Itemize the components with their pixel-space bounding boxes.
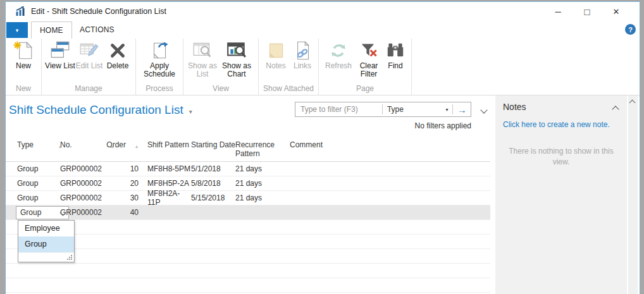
group-label-show-attached: Show Attached xyxy=(262,84,315,95)
window-controls: ─ □ ✕ xyxy=(543,2,631,21)
cell-order: 10 xyxy=(106,164,141,173)
help-icon[interactable]: ? xyxy=(625,24,636,35)
create-note-link[interactable]: Click here to create a new note. xyxy=(503,120,610,129)
clear-filter-button[interactable]: Clear Filter xyxy=(355,40,383,78)
cell-order: 30 xyxy=(106,193,141,202)
delete-x-icon xyxy=(107,40,128,61)
cell-starting-date: 5/8/2018 xyxy=(191,179,235,188)
filter-status: No filters applied xyxy=(295,121,471,130)
cell-recurrence: 21 days xyxy=(235,179,290,188)
cell-recurrence: 21 days xyxy=(235,193,290,202)
page-content: Shift Schedule Configuration List ▾ Type… xyxy=(6,95,640,294)
notes-pane: Notes Click here to create a new note. T… xyxy=(495,95,627,294)
notes-button: Notes xyxy=(262,40,290,70)
group-label-view: View xyxy=(187,84,255,95)
table-row[interactable]: Group GRP000002 10 MF8H8-5PM 5/1/2018 21… xyxy=(6,162,490,176)
notes-collapse-chevron-icon[interactable] xyxy=(612,106,619,113)
cell-shift-pattern: MF8H8-5PM xyxy=(141,164,191,173)
cell-shift-pattern: MF8H2A-11P xyxy=(141,189,191,207)
column-header-no[interactable]: No. xyxy=(60,140,106,161)
group-label-manage: Manage xyxy=(45,84,132,95)
column-header-type[interactable]: Type xyxy=(6,140,60,161)
refresh-icon xyxy=(328,40,349,61)
column-header-recurrence-pattern[interactable]: Recurrence Pattern xyxy=(235,140,290,161)
cell-order: 40 xyxy=(106,208,141,217)
delete-button[interactable]: Delete xyxy=(103,40,132,70)
cell-type: Group xyxy=(6,179,60,188)
find-button[interactable]: Find xyxy=(383,40,408,70)
ribbon-group-show-attached: Notes Links Show Attached xyxy=(259,39,319,95)
close-icon[interactable]: ✕ xyxy=(602,2,631,21)
filter-go-arrow-icon[interactable]: → xyxy=(453,102,471,116)
ribbon-group-page: Refresh Clear Filter xyxy=(319,39,412,95)
page-title-caret-icon[interactable]: ▾ xyxy=(189,108,192,115)
cell-type: Group xyxy=(6,193,60,202)
find-binoculars-icon xyxy=(385,40,406,61)
table-row[interactable]: Group GRP000002 20 MF8H5P-2A 5/8/2018 21… xyxy=(6,176,490,191)
cell-recurrence: 21 days xyxy=(235,164,290,173)
dropdown-option-employee[interactable]: Employee xyxy=(18,221,74,236)
vertical-scrollbar[interactable] xyxy=(628,95,638,294)
cell-type-editor: Group xyxy=(6,206,60,219)
notes-pane-title: Notes xyxy=(503,102,526,112)
scrollbar-up-arrow-icon[interactable] xyxy=(629,100,636,106)
show-as-list-icon xyxy=(192,40,213,61)
clear-filter-funnel-icon xyxy=(358,40,380,61)
maximize-icon[interactable]: □ xyxy=(573,2,602,21)
title-bar: Edit - Shift Schedule Configuration List… xyxy=(6,2,640,21)
resize-grip-icon xyxy=(66,254,73,260)
filter-input[interactable] xyxy=(295,102,382,116)
table-row[interactable]: Group GRP000002 30 MF8H2A-11P 5/15/2018 … xyxy=(6,191,490,205)
links-button: Links xyxy=(290,40,315,70)
table-row-empty[interactable] xyxy=(6,235,490,249)
new-button[interactable]: New xyxy=(9,40,38,70)
tab-home[interactable]: HOME xyxy=(31,21,72,39)
app-window: Edit - Shift Schedule Configuration List… xyxy=(5,1,640,294)
app-chart-icon xyxy=(15,6,25,16)
dropdown-option-group[interactable]: Group xyxy=(18,236,74,252)
cell-no: GRP000002 xyxy=(60,193,106,202)
refresh-button: Refresh xyxy=(322,40,355,70)
show-as-chart-button[interactable]: Show as Chart xyxy=(218,40,255,78)
cell-starting-date: 5/1/2018 xyxy=(191,164,235,173)
table-row-empty[interactable] xyxy=(6,264,490,278)
table-row-empty[interactable] xyxy=(6,278,490,293)
cell-no: GRP000002 xyxy=(60,179,106,188)
group-label-new: New xyxy=(9,84,38,95)
ribbon-group-process: Apply Schedule Process xyxy=(136,39,183,95)
page-title-text: Shift Schedule Configuration List xyxy=(9,103,183,117)
sort-ascending-icon: ▴ xyxy=(135,144,138,149)
column-header-shift-pattern[interactable]: Shift Pattern xyxy=(141,140,191,161)
notes-sticky-icon xyxy=(265,40,287,61)
window-title: Edit - Shift Schedule Configuration List xyxy=(31,2,166,21)
view-list-button[interactable]: View List xyxy=(45,40,75,70)
column-header-comment[interactable]: Comment xyxy=(290,140,490,161)
group-label-page: Page xyxy=(322,84,408,95)
tab-actions[interactable]: ACTIONS xyxy=(71,21,123,38)
shift-schedule-table: Type No. Order Shift Pattern Starting Da… xyxy=(6,137,490,294)
cell-type: Group xyxy=(6,164,60,173)
notes-empty-message: There is nothing to show in this view. xyxy=(495,146,627,168)
table-row-selected-editing[interactable]: Group GRP000002 40 xyxy=(6,205,490,220)
type-dropdown-list: Employee Group xyxy=(18,220,75,262)
ribbon-group-manage: View List Edit List Delete xyxy=(42,39,136,95)
ribbon-group-new: New New xyxy=(6,39,42,95)
table-row-empty[interactable] xyxy=(6,220,490,235)
minimize-icon[interactable]: ─ xyxy=(543,2,573,21)
ribbon-group-view: Show as List Show as Chart View xyxy=(183,39,259,95)
filter-pane-expand-chevron-icon[interactable] xyxy=(480,106,487,113)
show-as-list-button: Show as List xyxy=(187,40,218,78)
column-header-starting-date[interactable]: Starting Date xyxy=(191,140,235,161)
application-menu-button[interactable]: ▾ xyxy=(6,22,28,38)
group-label-process: Process xyxy=(139,84,180,95)
show-as-chart-icon xyxy=(226,40,247,61)
ribbon-tab-row: ▾ HOME ACTIONS ? xyxy=(6,21,640,39)
dropdown-resize-grip[interactable] xyxy=(18,252,74,262)
filter-field-select[interactable]: Type ▾ xyxy=(383,102,453,116)
table-header-row: Type No. Order Shift Pattern Starting Da… xyxy=(6,137,490,162)
apply-schedule-button[interactable]: Apply Schedule xyxy=(139,40,180,78)
filter-field-value: Type xyxy=(387,105,446,114)
table-row-empty[interactable] xyxy=(6,249,490,264)
new-document-icon xyxy=(13,40,34,61)
filter-box: Type ▾ → xyxy=(295,102,471,117)
